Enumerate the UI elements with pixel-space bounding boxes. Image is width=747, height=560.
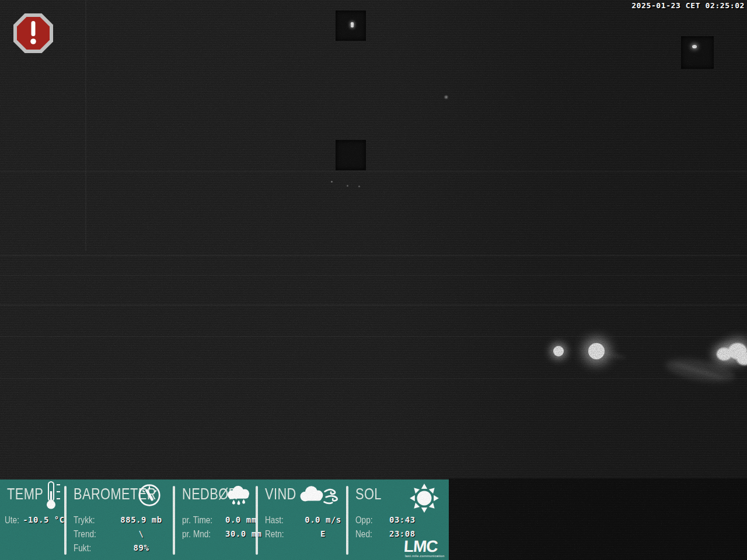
pr-time-label: pr. Time: <box>182 515 217 525</box>
noise-band <box>0 336 747 337</box>
webcam-image <box>0 0 747 560</box>
fukt-label: Fukt: <box>74 543 103 553</box>
faint-dot <box>331 181 333 183</box>
sun-icon <box>409 483 439 516</box>
hast-label: Hast: <box>265 515 293 525</box>
noise-band <box>0 275 747 276</box>
opp-value: 03:43 <box>382 515 449 524</box>
lmc-logo-subtext: last.mile.communication <box>405 554 445 558</box>
row-trend: Trend: \ <box>67 527 173 541</box>
timestamp: 2025-01-23 CET 02:25:02 <box>631 1 745 10</box>
small-light <box>351 22 354 27</box>
ned-value: 23:08 <box>382 529 449 538</box>
section-title-sol: SOL <box>355 486 382 502</box>
dark-patch <box>681 36 714 69</box>
panel-section-vind: VIND Ha <box>258 480 346 560</box>
row-opp: Opp: 03:43 <box>348 513 449 527</box>
scanline-texture <box>0 0 747 560</box>
ute-value: -10.5 °C <box>23 515 64 524</box>
row-pr-mnd: pr. Mnd: 30.0 mm <box>175 527 256 541</box>
small-light <box>692 45 697 48</box>
warning-octagon-icon[interactable] <box>13 13 54 54</box>
trend-value: \ <box>110 529 173 538</box>
ned-label: Ned: <box>355 529 377 539</box>
retn-label: Retn: <box>265 529 293 539</box>
hast-value: 0.0 m/s <box>300 515 346 524</box>
row-trykk: Trykk: 885.9 mb <box>67 513 173 527</box>
noise-band <box>0 378 747 379</box>
noise-band <box>0 304 747 306</box>
distant-light <box>588 343 605 359</box>
thermometer-icon <box>42 481 62 512</box>
trend-label: Trend: <box>74 529 103 539</box>
noise-band <box>0 171 747 172</box>
lmc-logo: LMC last.mile.communication <box>404 538 446 559</box>
panel-section-nedbor: NEDBØR pr. Time: 0. <box>175 480 256 560</box>
barometer-gauge-icon <box>138 484 161 509</box>
noise-band <box>0 255 747 256</box>
opp-label: Opp: <box>355 515 377 525</box>
section-title-temp: TEMP <box>7 486 43 502</box>
wind-cloud-icon <box>295 484 341 510</box>
fukt-value: 89% <box>110 543 173 552</box>
row-retn: Retn: E <box>258 527 346 541</box>
weather-panel: TEMP Ute: -10.5 °C BARO <box>0 480 449 560</box>
dark-corner <box>449 478 747 560</box>
ute-label: Ute: <box>5 515 19 525</box>
rain-cloud-icon <box>224 484 253 510</box>
faint-dot <box>445 96 448 99</box>
row-pr-time: pr. Time: 0.0 mm <box>175 513 256 527</box>
faint-dot <box>358 186 360 187</box>
noise-vertical-line <box>85 0 86 251</box>
faint-dot <box>347 185 348 187</box>
retn-value: E <box>300 529 346 538</box>
section-title-vind: VIND <box>265 486 296 502</box>
trykk-value: 885.9 mb <box>110 515 173 524</box>
row-ute: Ute: -10.5 °C <box>0 513 64 527</box>
row-fukt: Fukt: 89% <box>67 541 173 555</box>
row-hast: Hast: 0.0 m/s <box>258 513 346 527</box>
pr-time-value: 0.0 mm <box>225 515 260 524</box>
webcam-snapshot: 2025-01-23 CET 02:25:02 TEMP <box>0 0 747 560</box>
lmc-logo-text: LMC <box>404 538 438 555</box>
panel-section-temp: TEMP Ute: -10.5 °C <box>0 480 64 560</box>
dark-patch <box>336 140 366 170</box>
distant-light <box>553 346 564 356</box>
pr-mnd-label: pr. Mnd: <box>182 529 217 539</box>
panel-section-barometer: BAROMETER Trykk: 885.9 mb Trend: \ <box>67 480 173 560</box>
trykk-label: Trykk: <box>74 515 103 525</box>
